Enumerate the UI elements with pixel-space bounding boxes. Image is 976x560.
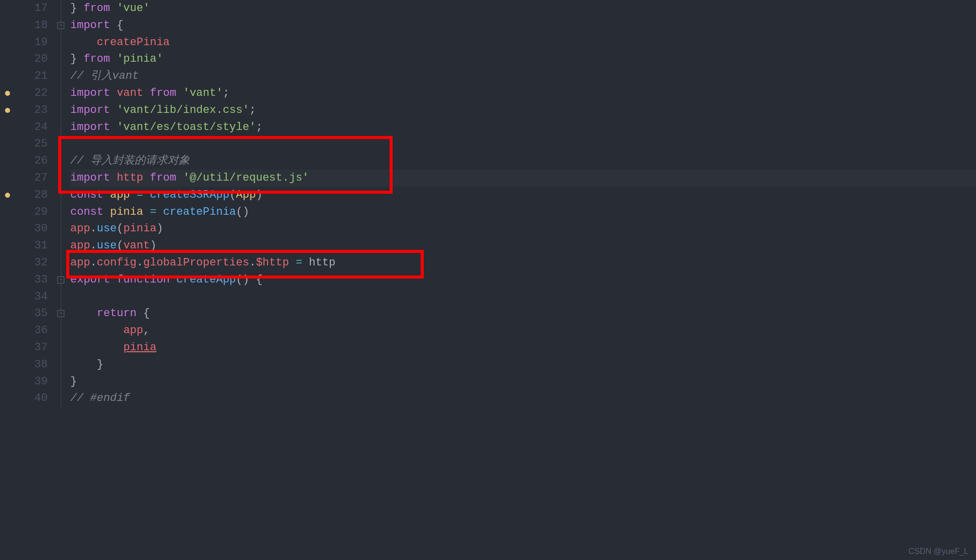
- change-dot-icon: [5, 193, 10, 198]
- line-number: 18: [15, 17, 48, 34]
- code-content[interactable]: } from 'vue'import { createPinia} from '…: [70, 0, 976, 560]
- code-line[interactable]: app.use(vant): [70, 237, 976, 254]
- token: 'vant': [183, 87, 222, 99]
- line-number: 30: [15, 220, 48, 237]
- token: ): [150, 239, 156, 252]
- line-number: 22: [15, 85, 48, 102]
- code-line[interactable]: import {: [70, 17, 976, 34]
- token: ): [256, 189, 263, 201]
- token: (: [116, 222, 123, 235]
- code-line[interactable]: const app = createSSRApp(App): [70, 187, 976, 204]
- token: app: [124, 324, 144, 337]
- token: from: [150, 172, 176, 184]
- token: =: [137, 189, 143, 201]
- code-line[interactable]: app.use(pinia): [70, 220, 976, 237]
- token: 'vant/es/toast/style': [116, 121, 256, 133]
- fold-gutter: −−−: [55, 0, 70, 560]
- line-number: 24: [15, 119, 48, 136]
- code-line[interactable]: import http from '@/util/request.js': [70, 170, 976, 187]
- token: [70, 307, 97, 320]
- watermark: CSDN @yueF_L: [909, 547, 968, 556]
- token: ;: [249, 104, 256, 116]
- token: [103, 189, 110, 201]
- code-line[interactable]: } from 'vue': [70, 0, 976, 17]
- code-line[interactable]: [70, 289, 976, 306]
- token: [103, 206, 110, 218]
- token: from: [83, 2, 110, 15]
- token: $http: [256, 256, 289, 269]
- line-number: 21: [15, 68, 48, 85]
- fold-minus-icon[interactable]: −: [57, 22, 64, 29]
- token: use: [97, 222, 117, 235]
- line-number: 19: [15, 34, 48, 51]
- fold-minus-icon[interactable]: −: [57, 310, 64, 317]
- token: [143, 189, 150, 201]
- fold-minus-icon[interactable]: −: [57, 276, 64, 284]
- token: [130, 189, 137, 201]
- token: [143, 87, 150, 99]
- code-line[interactable]: const pinia = createPinia(): [70, 204, 976, 221]
- token: [70, 341, 124, 354]
- code-line[interactable]: import 'vant/es/toast/style';: [70, 119, 976, 136]
- token: createApp: [176, 273, 236, 286]
- token: // #endif: [70, 392, 130, 404]
- token: import: [70, 19, 110, 32]
- change-marker-gutter: [0, 0, 15, 560]
- token: pinia: [124, 341, 157, 354]
- token: http: [309, 256, 335, 269]
- token: export: [70, 273, 110, 286]
- token: createSSRApp: [150, 189, 229, 201]
- line-number-gutter: 1718192021222324252627282930313233343536…: [15, 0, 55, 560]
- token: [110, 2, 116, 15]
- line-number: 32: [15, 254, 48, 271]
- token: config: [97, 256, 137, 269]
- token: app: [70, 256, 90, 269]
- token: ): [157, 222, 163, 235]
- token: .: [137, 256, 143, 269]
- token: =: [296, 256, 302, 269]
- code-line[interactable]: app,: [70, 322, 976, 339]
- line-number: 29: [15, 204, 48, 221]
- token: // 导入封装的请求对象: [70, 155, 190, 167]
- code-line[interactable]: pinia: [70, 339, 976, 356]
- token: [176, 172, 183, 184]
- code-line[interactable]: [70, 135, 976, 153]
- code-line[interactable]: }: [70, 373, 976, 390]
- token: }: [70, 358, 103, 371]
- code-line[interactable]: // #endif: [70, 390, 976, 407]
- token: globalProperties: [143, 256, 249, 269]
- code-line[interactable]: import 'vant/lib/index.css';: [70, 102, 976, 119]
- token: [110, 121, 116, 133]
- code-line[interactable]: createPinia: [70, 34, 976, 51]
- token: import: [70, 87, 110, 99]
- token: [70, 36, 97, 49]
- token: '@/util/request.js': [183, 172, 309, 184]
- line-number: 25: [15, 135, 48, 153]
- token: const: [70, 189, 103, 201]
- code-line[interactable]: return {: [70, 305, 976, 322]
- token: ;: [256, 121, 263, 133]
- token: import: [70, 172, 110, 184]
- code-line[interactable]: import vant from 'vant';: [70, 85, 976, 102]
- code-line[interactable]: export function createApp() {: [70, 271, 976, 289]
- code-line[interactable]: // 引入vant: [70, 68, 976, 85]
- code-line[interactable]: } from 'pinia': [70, 51, 976, 68]
- token: createPinia: [163, 206, 236, 218]
- token: [170, 273, 176, 286]
- change-dot-icon: [5, 91, 10, 96]
- code-line[interactable]: app.config.globalProperties.$http = http: [70, 254, 976, 271]
- line-number: 23: [15, 102, 48, 119]
- token: (): [236, 206, 249, 218]
- token: createPinia: [97, 36, 170, 49]
- code-line[interactable]: // 导入封装的请求对象: [70, 153, 976, 170]
- token: {: [110, 19, 123, 32]
- token: http: [116, 172, 143, 184]
- code-editor[interactable]: 1718192021222324252627282930313233343536…: [0, 0, 976, 560]
- token: [110, 104, 116, 116]
- token: .: [249, 256, 256, 269]
- line-number: 28: [15, 187, 48, 204]
- token: pinia: [124, 222, 157, 235]
- token: import: [70, 121, 110, 133]
- code-line[interactable]: }: [70, 356, 976, 373]
- token: app: [110, 189, 130, 201]
